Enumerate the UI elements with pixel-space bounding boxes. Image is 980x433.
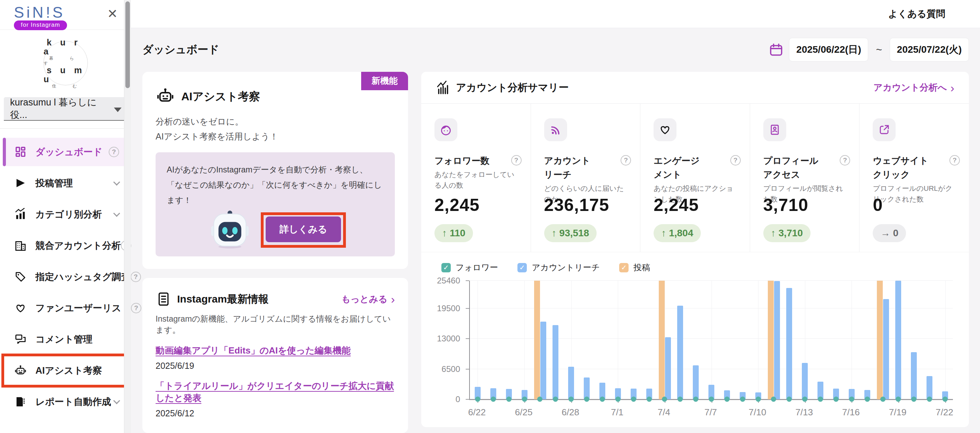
follower-dot bbox=[834, 397, 838, 402]
stat-delta-badge: ↑3,710 bbox=[763, 224, 811, 242]
reach-bar bbox=[786, 288, 792, 399]
chevron-down-icon bbox=[113, 179, 120, 186]
legend-label: 投稿 bbox=[633, 262, 650, 273]
sidebar-item-report-automation[interactable]: レポート自動作成 bbox=[3, 387, 128, 416]
calendar-icon bbox=[769, 42, 783, 57]
arrow-up-icon: ↑ bbox=[661, 228, 666, 239]
stat-delta-badge: ↑1,804 bbox=[654, 224, 701, 242]
follower-dot bbox=[709, 397, 714, 402]
account-analysis-label: アカウント分析へ bbox=[873, 81, 947, 94]
follower-dot bbox=[600, 397, 605, 402]
avatar-text-line: 暮 ら す bbox=[44, 56, 88, 65]
sidebar-item-label: ダッシュボード bbox=[35, 146, 102, 158]
follower-dot bbox=[724, 397, 730, 402]
sidebar-item-fan-user-list[interactable]: ファンユーザーリスト? bbox=[3, 294, 128, 322]
help-icon[interactable]: ? bbox=[730, 155, 741, 165]
follower-dot bbox=[849, 397, 854, 402]
sidebar-item-label: 投稿管理 bbox=[35, 177, 73, 189]
y-axis-label: 13000 bbox=[437, 334, 460, 344]
follower-dot bbox=[771, 397, 776, 402]
news-article-link[interactable]: 動画編集アプリ「Edits」のAIを使った編集機能 bbox=[156, 344, 351, 357]
post-marker-bar bbox=[768, 281, 774, 399]
chevron-right-icon: › bbox=[391, 295, 395, 304]
news-description: Instagramの新機能、アルゴリズムに関する情報をお届けしています。 bbox=[156, 313, 395, 336]
heart-icon bbox=[13, 301, 28, 316]
x-axis-label: 6/28 bbox=[562, 407, 579, 418]
close-icon[interactable]: ✕ bbox=[107, 8, 118, 20]
stat-delta-value: 0 bbox=[893, 228, 898, 239]
help-icon[interactable]: ? bbox=[131, 303, 142, 313]
post-marker-bar bbox=[534, 281, 540, 399]
help-icon[interactable]: ? bbox=[109, 147, 119, 157]
sidebar-item-competitor-analysis[interactable]: 競合アカウント分析? bbox=[3, 232, 128, 260]
checkbox-checked-icon[interactable]: ✓ bbox=[619, 263, 628, 272]
help-icon[interactable]: ? bbox=[620, 155, 631, 165]
chevron-down-icon bbox=[113, 397, 120, 404]
faq-link[interactable]: よくある質問 bbox=[888, 8, 945, 20]
sidebar-item-category-analysis[interactable]: カテゴリ別分析 bbox=[3, 200, 128, 228]
chevron-down-icon bbox=[114, 108, 121, 112]
chevron-right-icon: › bbox=[950, 83, 954, 92]
follower-dot bbox=[740, 397, 745, 402]
sidebar-item-label: カテゴリ別分析 bbox=[35, 208, 102, 220]
follower-dot bbox=[584, 397, 589, 402]
robot-icon bbox=[156, 86, 175, 107]
reach-bar bbox=[802, 363, 808, 399]
legend-item[interactable]: ✓フォロワー bbox=[441, 262, 498, 273]
sidebar-item-dashboard[interactable]: ダッシュボード? bbox=[3, 138, 128, 166]
y-axis-label: 6500 bbox=[442, 364, 460, 374]
news-article-link[interactable]: 「トライアルリール」がクリエイターのリーチ拡大に貢献したと発表 bbox=[156, 380, 395, 404]
account-analysis-link[interactable]: アカウント分析へ › bbox=[873, 81, 954, 94]
stat-column: プロフィールアクセス?プロフィールが閲覧された数3,710↑3,710 bbox=[750, 104, 860, 252]
account-summary-card: アカウント分析サマリー アカウント分析へ › フォロワー数?あなたをフォローして… bbox=[421, 72, 969, 427]
ai-detail-button[interactable]: 詳しくみる bbox=[266, 217, 341, 242]
news-more-link[interactable]: もっとみる › bbox=[341, 293, 395, 305]
profile-card-icon bbox=[763, 118, 786, 141]
chart-legend: ✓フォロワー✓アカウントリーチ✓投稿 bbox=[421, 252, 969, 275]
news-item: 「トライアルリール」がクリエイターのリーチ拡大に貢献したと発表2025/6/12 bbox=[156, 380, 395, 419]
date-from-input[interactable]: 2025/06/22(日) bbox=[789, 38, 868, 62]
help-icon[interactable]: ? bbox=[840, 155, 850, 165]
sidebar-item-post-management[interactable]: 投稿管理 bbox=[3, 169, 128, 197]
checkbox-checked-icon[interactable]: ✓ bbox=[517, 263, 527, 272]
stat-value: 0 bbox=[873, 195, 883, 215]
gridline bbox=[618, 281, 618, 399]
scrollbar-thumb[interactable] bbox=[126, 2, 130, 88]
x-axis-label: 7/22 bbox=[935, 407, 953, 418]
checkbox-checked-icon[interactable]: ✓ bbox=[441, 263, 451, 272]
account-selector[interactable]: kurasumu l 暮らしに役... bbox=[4, 97, 127, 121]
sidebar-item-comment-management[interactable]: コメント管理 bbox=[3, 325, 128, 354]
help-icon[interactable]: ? bbox=[511, 155, 522, 165]
help-icon[interactable]: ? bbox=[950, 155, 960, 165]
follower-dot bbox=[880, 397, 886, 402]
stat-value: 236,175 bbox=[544, 195, 609, 215]
sidebar-item-hashtag-research[interactable]: 指定ハッシュタグ調査? bbox=[3, 263, 128, 291]
legend-item[interactable]: ✓アカウントリーチ bbox=[517, 262, 600, 273]
follower-dot bbox=[537, 397, 542, 402]
page-title: ダッシュボード bbox=[142, 42, 219, 57]
follower-dot bbox=[553, 397, 558, 402]
account-selector-value: kurasumu l 暮らしに役... bbox=[10, 96, 112, 121]
face-icon bbox=[434, 118, 457, 141]
x-axis-label: 7/7 bbox=[704, 407, 717, 418]
date-to-input[interactable]: 2025/07/22(火) bbox=[890, 38, 969, 62]
legend-item[interactable]: ✓投稿 bbox=[619, 262, 650, 273]
category-chart-icon bbox=[13, 207, 28, 222]
stat-delta-value: 3,710 bbox=[779, 228, 803, 239]
help-icon[interactable]: ? bbox=[130, 272, 141, 282]
chevron-down-icon bbox=[113, 210, 120, 217]
follower-dot bbox=[756, 397, 761, 402]
post-marker-bar bbox=[877, 281, 883, 399]
trend-chart-icon bbox=[436, 81, 450, 95]
arrow-right-icon: → bbox=[880, 228, 890, 239]
stat-column: フォロワー数?あなたをフォローしている人の数2,245↑110 bbox=[421, 104, 531, 252]
date-range-control: 2025/06/22(日) ~ 2025/07/22(火) bbox=[769, 38, 969, 62]
sidebar-scrollbar[interactable] bbox=[124, 0, 131, 433]
x-axis-label: 6/25 bbox=[515, 407, 533, 418]
stat-column: アカウントリーチ?どのくらいの人に届いたのか236,175↑93,518 bbox=[531, 104, 641, 252]
reach-bar bbox=[568, 367, 574, 399]
topbar: よくある質問 bbox=[131, 0, 980, 28]
arrow-up-icon: ↑ bbox=[552, 228, 557, 239]
sidebar-item-ai-assist[interactable]: AIアシスト考察 bbox=[3, 356, 128, 385]
follower-dot bbox=[896, 397, 901, 402]
